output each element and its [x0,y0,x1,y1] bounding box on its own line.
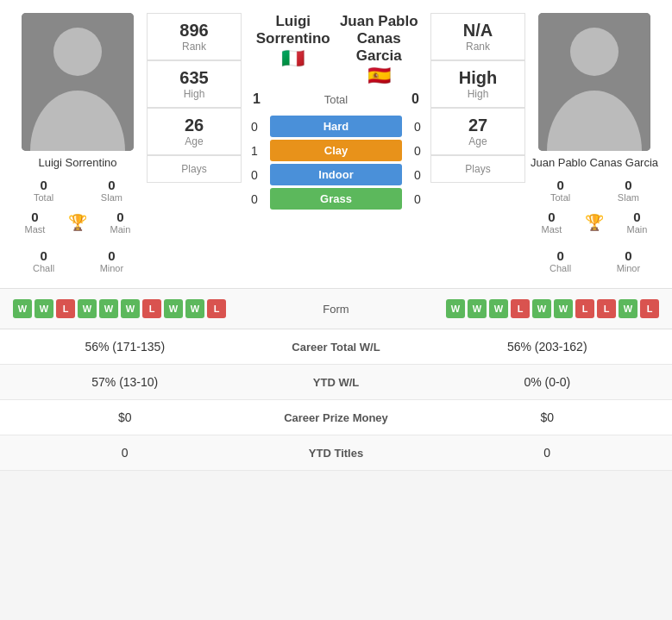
form-label: Form [302,303,371,316]
left-plays-box: Plays [147,155,242,183]
left-trophy-row: 0 Mast 🏆 0 Main [9,208,147,236]
right-high-box: High High [430,60,525,108]
main-container: Luigi Sorrentino 0 Total 0 Slam 0 Mast 🏆 [0,0,672,471]
stats-left-1: 57% (13-10) [0,365,250,399]
left-player-name: Luigi Sorrentino [38,156,116,169]
left-stat-slam: 0 Slam [79,176,145,204]
right-stat-chall: 0 Chall [527,247,593,275]
right-player-name: Juan Pablo Canas Garcia [531,156,658,169]
grass-badge: Grass [270,188,402,210]
right-stat-slam: 0 Slam [595,176,662,204]
left-player-stats: 0 Total 0 Slam [9,176,147,204]
left-form-badge-w: W [121,299,140,318]
left-middle-stats: 896 Rank 635 High 26 Age Plays [147,13,242,275]
total-row: 1 Total 0 [246,91,426,107]
stats-left-2: $0 [0,400,250,435]
left-form-badge-w: W [185,299,204,318]
hard-badge: Hard [270,116,402,137]
left-age-box: 26 Age [147,108,242,155]
stats-row-0: 56% (171-135) Career Total W/L 56% (203-… [0,329,672,365]
right-stat-mast: 0 Mast [525,208,578,236]
left-flag: 🇮🇹 [250,47,336,70]
left-stat-main: 0 Main [94,208,147,236]
stats-label-2: Career Prize Money [250,401,423,435]
right-middle-stats: N/A Rank High High 27 Age Plays [430,13,525,275]
stats-label-1: YTD W/L [250,366,423,399]
right-player-stats: 0 Total 0 Slam [525,176,663,204]
left-form-badge-w: W [78,299,97,318]
left-form-badge-w: W [13,299,32,318]
right-player-card: Juan Pablo Canas Garcia 0 Total 0 Slam 0… [525,13,663,275]
stats-table: 56% (171-135) Career Total W/L 56% (203-… [0,329,672,471]
right-stat-total: 0 Total [527,176,593,204]
left-form-badge-l: L [207,299,226,318]
right-plays-box: Plays [430,155,525,183]
right-form-badge-w: W [554,299,573,318]
right-flag: 🇪🇸 [336,65,423,87]
svg-point-1 [53,28,102,76]
clay-badge: Clay [270,140,402,161]
stats-left-0: 56% (171-135) [0,329,250,364]
right-form-badges: WWWLWWLLWL [378,299,660,318]
stats-row-2: $0 Career Prize Money $0 [0,400,672,435]
stats-label-0: Career Total W/L [250,330,423,364]
right-form-badge-w: W [468,299,487,318]
left-high-box: 635 High [147,60,242,108]
form-section: WWLWWWLWWL Form WWWLWWLLWL [0,288,672,329]
left-form-badge-l: L [142,299,161,318]
stats-left-3: 0 [0,435,250,470]
left-form-badge-w: W [164,299,183,318]
indoor-badge: Indoor [270,164,402,185]
surface-row-grass: 0 Grass 0 [246,188,426,210]
right-form-badge-l: L [640,299,659,318]
right-form-badge-w: W [489,299,508,318]
right-stat-minor: 0 Minor [595,247,662,275]
left-rank-box: 896 Rank [147,13,242,60]
left-stat-chall: 0 Chall [10,247,77,275]
right-form-badge-l: L [575,299,594,318]
surface-row-clay: 1 Clay 0 [246,140,426,161]
right-age-box: 27 Age [430,108,525,155]
right-rank-box: N/A Rank [430,13,525,60]
stats-right-0: 56% (203-162) [423,329,673,364]
stats-row-1: 57% (13-10) YTD W/L 0% (0-0) [0,365,672,400]
svg-point-4 [570,28,619,76]
left-stat-minor: 0 Minor [79,247,145,275]
right-name-top: Juan Pablo Canas Garcia 🇪🇸 [336,13,423,87]
right-player-stats-2: 0 Chall 0 Minor [525,247,663,275]
right-form-badge-w: W [446,299,465,318]
center-comparison: Luigi Sorrentino 🇮🇹 Juan Pablo Canas Gar… [242,13,430,275]
left-player-card: Luigi Sorrentino 0 Total 0 Slam 0 Mast 🏆 [9,13,147,275]
surface-row-indoor: 0 Indoor 0 [246,164,426,185]
stats-right-1: 0% (0-0) [423,365,673,399]
right-form-badge-w: W [619,299,637,318]
player-section: Luigi Sorrentino 0 Total 0 Slam 0 Mast 🏆 [0,0,672,288]
left-stat-mast: 0 Mast [9,208,61,236]
right-trophy-icon: 🏆 [585,213,604,232]
stats-right-3: 0 [423,435,673,470]
stats-label-3: YTD Titles [250,436,423,470]
left-form-badge-l: L [56,299,75,318]
left-player-stats-2: 0 Chall 0 Minor [9,247,147,275]
surface-row-hard: 0 Hard 0 [246,116,426,137]
surface-rows: 0 Hard 0 1 Clay 0 0 Indoor 0 0 Grass [246,116,426,210]
left-trophy-icon: 🏆 [68,213,87,232]
stats-right-2: $0 [423,400,673,435]
right-player-avatar [538,13,650,151]
right-form-badge-l: L [597,299,616,318]
stats-row-3: 0 YTD Titles 0 [0,435,672,471]
right-stat-main: 0 Main [611,208,663,236]
left-name-top: Luigi Sorrentino 🇮🇹 [250,13,336,70]
left-form-badge-w: W [35,299,53,318]
left-form-badge-w: W [99,299,118,318]
right-form-badge-l: L [511,299,530,318]
left-stat-total: 0 Total [10,176,77,204]
left-player-avatar [22,13,134,151]
right-form-badge-w: W [532,299,551,318]
right-trophy-row: 0 Mast 🏆 0 Main [525,208,663,236]
left-form-badges: WWLWWWLWWL [13,299,295,318]
